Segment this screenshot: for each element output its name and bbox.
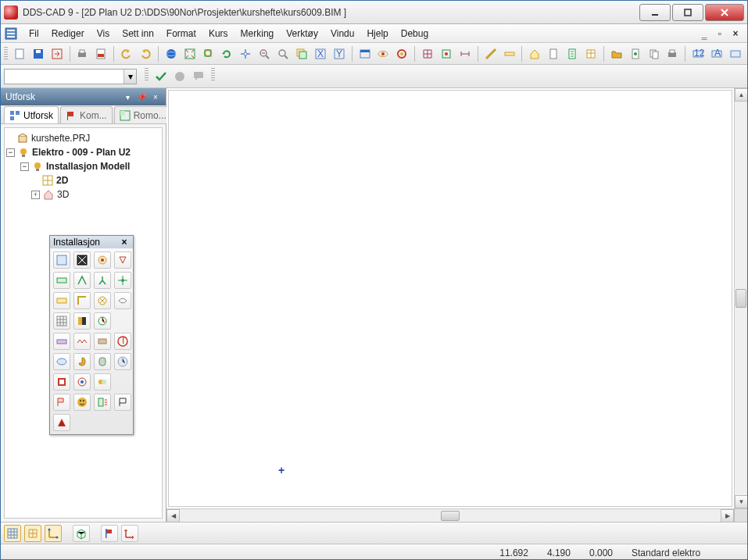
palette-tool-1[interactable] [53,251,70,269]
toolbar-grip[interactable] [211,68,215,82]
palette-tool-20[interactable] [53,353,70,370]
menu-hjelp[interactable]: Hjelp [360,26,394,41]
dimension-icon[interactable] [456,45,474,62]
toolbar-grip[interactable] [4,47,8,61]
folder-open-icon[interactable] [608,45,625,62]
globe-icon[interactable] [163,45,180,62]
menu-vindu[interactable]: Vindu [324,26,360,41]
scroll-thumb[interactable] [441,511,460,521]
palette-tool-28[interactable] [73,394,91,411]
table-icon[interactable] [582,45,599,62]
scroll-left-icon[interactable]: ◀ [166,509,180,523]
mirror-y-icon[interactable]: Y [331,45,348,62]
mdi-close-button[interactable]: × [728,27,743,40]
palette-tool-18[interactable] [94,333,111,350]
palette-tool-30[interactable] [114,394,131,411]
scroll-right-icon[interactable]: ▶ [721,509,734,523]
ortho-toggle-icon[interactable] [45,525,62,542]
record-icon[interactable] [171,68,188,85]
palette-tool-25[interactable] [73,373,91,391]
scroll-down-icon[interactable]: ▼ [735,495,748,508]
panel-close-icon[interactable]: × [150,91,161,102]
text-box-icon[interactable]: 123 [689,45,707,62]
palette-tool-5[interactable] [53,272,70,289]
menu-verktoy[interactable]: Verktøy [280,26,324,41]
refresh-icon[interactable] [219,45,236,62]
palette-header[interactable]: Installasjon × [50,236,133,248]
tab-kom[interactable]: Kom... [60,106,113,123]
palette-tool-9[interactable] [53,292,70,309]
home-icon[interactable] [526,45,543,62]
collapse-icon[interactable]: − [20,162,29,171]
ruler-icon[interactable] [501,45,518,62]
vertical-scrollbar[interactable]: ▲ ▼ [734,88,747,508]
window-icon[interactable] [356,45,374,62]
zoom-previous-icon[interactable] [256,45,273,62]
palette-tool-24[interactable] [53,373,70,391]
pdf-icon[interactable] [92,45,109,62]
speech-bubble-icon[interactable] [190,68,207,85]
palette-close-icon[interactable]: × [119,237,130,248]
tag-icon[interactable] [727,45,744,62]
palette-tool-16[interactable] [53,333,70,350]
drawing-canvas[interactable]: + [168,90,732,507]
palette-tool-10[interactable] [73,292,91,309]
layer-combo[interactable]: ▾ [4,69,137,84]
palette-tool-23[interactable] [114,353,131,370]
menu-format[interactable]: Format [160,26,202,41]
gear-icon[interactable] [393,45,410,62]
pan-icon[interactable] [237,45,254,62]
palette-tool-8[interactable] [114,272,131,289]
redo-icon[interactable] [137,45,154,62]
palette-tool-26[interactable] [94,373,111,391]
zoom-extents-icon[interactable] [181,45,199,62]
pin-icon[interactable]: 📌 [136,91,147,102]
eye-icon[interactable] [374,45,392,62]
palette-tool-29[interactable] [94,394,111,411]
palette-tool-6[interactable] [73,272,91,289]
grid-icon[interactable] [419,45,436,62]
print2-icon[interactable] [664,45,681,62]
menu-debug[interactable]: Debug [395,26,435,41]
zoom-window-icon[interactable] [200,45,217,62]
3d-view-icon[interactable] [73,525,90,542]
grid-toggle-icon[interactable] [4,525,21,542]
zoom-icon[interactable] [274,45,292,62]
print-icon[interactable] [74,45,91,62]
copy-icon[interactable] [646,45,663,62]
tree-node-3d[interactable]: + 3D [6,187,160,202]
measure-icon[interactable] [482,45,499,62]
export-icon[interactable] [48,45,66,62]
chevron-down-icon[interactable]: ▾ [123,70,136,84]
collapse-icon[interactable]: − [6,148,15,157]
menu-sett-inn[interactable]: Sett inn [116,26,160,41]
menu-rediger[interactable]: Rediger [45,26,91,41]
palette-tool-27[interactable] [53,394,70,411]
palette-tool-2[interactable] [73,251,91,269]
palette-tool-21[interactable] [73,353,91,370]
menu-fil[interactable]: Fil [23,26,45,41]
mirror-x-icon[interactable]: X [312,45,329,62]
new-icon[interactable] [11,45,28,62]
undo-icon[interactable] [118,45,135,62]
maximize-button[interactable] [672,4,703,21]
tab-utforsk[interactable]: Utforsk [4,106,59,123]
palette-tool-3[interactable] [94,251,111,269]
tree-node-2d[interactable]: 2D [6,173,160,187]
installasjon-palette[interactable]: Installasjon × T [49,235,134,435]
palette-tool-22[interactable] [94,353,111,370]
palette-tool-31[interactable] [53,414,70,431]
menu-vis[interactable]: Vis [91,26,116,41]
menu-merking[interactable]: Merking [234,26,281,41]
app-menu-icon[interactable] [4,27,18,41]
tree-node-elektro[interactable]: − Elektro - 009 - Plan U2 [6,145,160,159]
tree-node-install[interactable]: − Installasjon Modell [6,159,160,173]
tab-romo[interactable]: Romo... [114,106,172,123]
panel-menu-icon[interactable]: ▾ [122,91,133,102]
palette-tool-4[interactable] [114,251,131,269]
horizontal-scrollbar[interactable]: ◀ ▶ [166,508,747,522]
expand-icon[interactable]: + [31,191,40,199]
palette-tool-17[interactable] [73,333,91,350]
list-icon[interactable] [564,45,581,62]
palette-tool-14[interactable] [73,312,91,330]
